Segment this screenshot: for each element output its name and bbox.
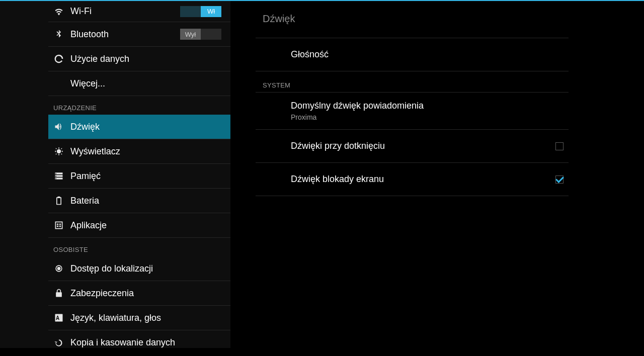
sidebar-item-wifi[interactable]: Wi-Fi Wł (48, 1, 230, 22)
sound-icon (53, 121, 64, 132)
pref-title: Dźwięk blokady ekranu (291, 174, 555, 185)
content-pane: Dźwięk Głośność SYSTEM Domyślny dźwięk p… (230, 1, 644, 348)
sidebar-label: Język, klawiatura, głos (70, 313, 225, 323)
sidebar-item-backup[interactable]: Kopia i kasowanie danych (48, 330, 230, 348)
content-title: Dźwięk (256, 1, 569, 38)
sidebar: Wi-Fi Wł Bluetooth Wył Użycie danych (0, 1, 230, 348)
pref-touch-sounds[interactable]: Dźwięki przy dotknięciu (256, 130, 569, 163)
bottom-bar (0, 348, 644, 356)
sidebar-label: Użycie danych (70, 54, 225, 64)
content-section-system: SYSTEM (256, 71, 569, 93)
pref-title: Głośność (291, 49, 564, 60)
sidebar-item-data-usage[interactable]: Użycie danych (48, 47, 230, 71)
sidebar-label: Wyświetlacz (70, 146, 225, 157)
sidebar-label: Dźwięk (70, 122, 225, 132)
sidebar-item-display[interactable]: Wyświetlacz (48, 139, 230, 164)
sidebar-item-storage[interactable]: Pamięć (48, 164, 230, 189)
sidebar-label: Bluetooth (70, 29, 180, 40)
storage-icon (53, 170, 64, 182)
pref-lock-sound[interactable]: Dźwięk blokady ekranu (256, 163, 569, 196)
pref-subtitle: Proxima (291, 113, 564, 121)
restore-icon (53, 337, 64, 348)
sidebar-label: Wi-Fi (70, 6, 180, 17)
battery-icon (53, 195, 64, 206)
keyboard-icon (53, 312, 64, 323)
data-usage-icon (53, 53, 64, 64)
location-icon (53, 263, 64, 274)
sidebar-section-device: URZĄDZENIE (48, 96, 230, 115)
pref-volume[interactable]: Głośność (256, 38, 569, 71)
pref-title: Domyślny dźwięk powiadomienia (291, 101, 564, 111)
sidebar-item-language[interactable]: Język, klawiatura, głos (48, 306, 230, 330)
pref-title: Dźwięki przy dotknięciu (291, 141, 555, 151)
wifi-toggle[interactable]: Wł (180, 6, 221, 17)
sidebar-label: Więcej... (70, 78, 225, 89)
apps-icon (53, 220, 64, 231)
display-icon (53, 146, 64, 157)
checkbox-touch-sounds[interactable] (555, 142, 564, 150)
bluetooth-icon (53, 29, 64, 40)
wifi-icon (53, 6, 64, 17)
sidebar-item-security[interactable]: Zabezpieczenia (48, 281, 230, 306)
bluetooth-toggle[interactable]: Wył (180, 29, 221, 40)
sidebar-label: Dostęp do lokalizacji (70, 263, 225, 274)
sidebar-label: Kopia i kasowanie danych (70, 337, 225, 348)
sidebar-item-battery[interactable]: Bateria (48, 189, 230, 213)
pref-default-notification[interactable]: Domyślny dźwięk powiadomienia Proxima (256, 93, 569, 130)
sidebar-label: Bateria (70, 196, 225, 206)
sidebar-section-personal: OSOBISTE (48, 238, 230, 256)
sidebar-item-more[interactable]: Więcej... (48, 71, 230, 96)
sidebar-item-bluetooth[interactable]: Bluetooth Wył (48, 22, 230, 47)
sidebar-item-sound[interactable]: Dźwięk (48, 115, 230, 139)
sidebar-item-location[interactable]: Dostęp do lokalizacji (48, 256, 230, 281)
sidebar-item-apps[interactable]: Aplikacje (48, 213, 230, 238)
sidebar-label: Pamięć (70, 171, 225, 182)
sidebar-label: Zabezpieczenia (70, 288, 225, 299)
lock-icon (53, 288, 64, 299)
sidebar-label: Aplikacje (70, 220, 225, 231)
checkbox-lock-sound[interactable] (555, 175, 564, 184)
